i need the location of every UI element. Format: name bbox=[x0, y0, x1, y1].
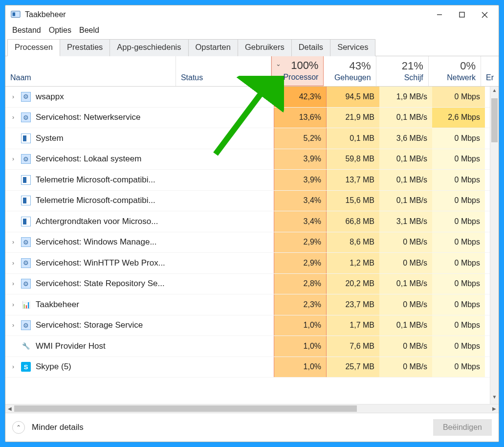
net-cell: 0 Mbps bbox=[432, 315, 485, 336]
table-row[interactable]: Achtergrondtaken voor Microso...3,4%66,8… bbox=[5, 211, 499, 232]
net-cell: 0 Mbps bbox=[432, 357, 485, 378]
fewer-details-toggle[interactable]: ⌃ bbox=[12, 421, 25, 434]
table-row[interactable]: Telemetrie Microsoft-compatibi...3,4%15,… bbox=[5, 191, 499, 212]
net-cell: 0 Mbps bbox=[432, 211, 485, 232]
process-icon bbox=[21, 279, 31, 289]
svg-rect-3 bbox=[460, 12, 464, 17]
tab-processes[interactable]: Processen bbox=[7, 39, 60, 56]
scroll-left-icon[interactable]: ◀ bbox=[5, 406, 14, 411]
disk-cell: 0,1 MB/s bbox=[379, 315, 432, 336]
tab-startup[interactable]: Opstarten bbox=[189, 39, 238, 56]
menu-view[interactable]: Beeld bbox=[76, 25, 102, 36]
menu-options[interactable]: Opties bbox=[46, 25, 74, 36]
process-name-cell: ›wsappx bbox=[5, 87, 177, 107]
horizontal-scrollbar[interactable]: ◀ ▶ bbox=[5, 404, 499, 413]
col-name[interactable]: Naam bbox=[5, 56, 176, 86]
process-icon bbox=[21, 300, 31, 310]
tab-services[interactable]: Services bbox=[330, 39, 375, 56]
mem-cell: 15,6 MB bbox=[327, 191, 379, 211]
process-icon bbox=[21, 112, 31, 122]
scroll-thumb[interactable] bbox=[491, 98, 498, 142]
col-mem-label: Geheugen bbox=[334, 73, 371, 82]
expand-chevron-icon[interactable]: › bbox=[8, 93, 18, 100]
cpu-cell: 3,4% bbox=[274, 211, 327, 232]
tab-users[interactable]: Gebruikers bbox=[238, 39, 292, 56]
vertical-scrollbar[interactable]: ▲ ▼ bbox=[490, 87, 499, 404]
process-icon bbox=[21, 92, 31, 102]
col-name-label: Naam bbox=[10, 73, 171, 82]
fewer-details-label[interactable]: Minder details bbox=[32, 423, 84, 432]
process-name-cell: ›Servicehost: Netwerkservice bbox=[5, 108, 177, 128]
table-row[interactable]: ›Servicehost: Netwerkservice13,6%21,9 MB… bbox=[5, 108, 499, 129]
close-button[interactable] bbox=[473, 7, 496, 22]
scroll-down-icon[interactable]: ▼ bbox=[490, 394, 499, 403]
maximize-button[interactable] bbox=[451, 7, 473, 22]
disk-cell: 0,1 MB/s bbox=[379, 170, 432, 190]
status-cell bbox=[177, 170, 274, 190]
tab-history[interactable]: App-geschiedenis bbox=[110, 39, 188, 56]
process-icon bbox=[21, 196, 31, 205]
table-row[interactable]: ›Servicehost: Windows Manage...2,9%8,6 M… bbox=[5, 232, 499, 253]
process-icon bbox=[21, 341, 31, 351]
disk-cell: 0 MB/s bbox=[379, 357, 432, 378]
col-disk[interactable]: 21% Schijf bbox=[376, 56, 429, 86]
cpu-cell: 1,0% bbox=[274, 336, 327, 357]
expand-chevron-icon[interactable]: › bbox=[8, 363, 18, 370]
tab-performance[interactable]: Prestaties bbox=[60, 39, 110, 56]
col-extra[interactable]: Er bbox=[481, 56, 499, 86]
disk-cell: 0 MB/s bbox=[379, 232, 432, 253]
table-row[interactable]: System5,2%0,1 MB3,6 MB/s0 Mbps bbox=[5, 128, 499, 149]
net-usage-total: 0% bbox=[460, 60, 476, 72]
table-row[interactable]: WMI Provider Host1,0%7,6 MB0 MB/s0 Mbps bbox=[5, 336, 499, 357]
process-name-cell: ›Servicehost: WinHTTP Web Prox... bbox=[5, 253, 177, 273]
status-cell bbox=[177, 232, 274, 253]
table-row[interactable]: Telemetrie Microsoft-compatibi...3,9%13,… bbox=[5, 170, 499, 191]
cpu-cell: 2,9% bbox=[274, 253, 327, 273]
col-memory[interactable]: 43% Geheugen bbox=[324, 56, 376, 86]
scroll-up-icon[interactable]: ▲ bbox=[490, 88, 499, 96]
disk-cell: 0,1 MB/s bbox=[379, 274, 432, 294]
cpu-cell: 2,9% bbox=[274, 232, 327, 253]
process-name-cell: WMI Provider Host bbox=[5, 336, 177, 357]
col-cpu[interactable]: ⌄ 100% Processor bbox=[271, 56, 324, 86]
expand-chevron-icon[interactable]: › bbox=[8, 280, 18, 287]
process-name: Skype (5) bbox=[36, 362, 71, 372]
mem-cell: 25,7 MB bbox=[327, 357, 379, 378]
process-name: Telemetrie Microsoft-compatibi... bbox=[36, 175, 155, 185]
status-cell bbox=[177, 108, 274, 128]
process-icon bbox=[21, 258, 31, 268]
table-row[interactable]: ›Servicehost: WinHTTP Web Prox...2,9%1,2… bbox=[5, 253, 499, 274]
expand-chevron-icon[interactable]: › bbox=[8, 260, 18, 267]
table-row[interactable]: ›Taakbeheer2,3%23,7 MB0 MB/s0 Mbps bbox=[5, 294, 499, 315]
expand-chevron-icon[interactable]: › bbox=[8, 114, 18, 121]
table-row[interactable]: ›wsappx42,3%94,5 MB1,9 MB/s0 Mbps bbox=[5, 87, 499, 108]
col-network[interactable]: 0% Netwerk bbox=[429, 56, 481, 86]
minimize-button[interactable] bbox=[428, 7, 451, 22]
task-manager-window: Taakbeheer Bestand Opties Beeld Processe… bbox=[5, 5, 499, 442]
menu-file[interactable]: Bestand bbox=[9, 25, 44, 36]
status-cell bbox=[177, 128, 274, 149]
expand-chevron-icon[interactable]: › bbox=[8, 156, 18, 162]
tab-details[interactable]: Details bbox=[292, 39, 330, 56]
scroll-right-icon[interactable]: ▶ bbox=[490, 406, 499, 411]
cpu-cell: 1,0% bbox=[274, 357, 327, 378]
end-task-button[interactable]: Beëindigen bbox=[433, 419, 492, 436]
process-name: Servicehost: Netwerkservice bbox=[36, 112, 140, 122]
process-name-cell: ›Servicehost: State Repository Se... bbox=[5, 274, 177, 294]
table-row[interactable]: ›Servicehost: State Repository Se...2,8%… bbox=[5, 274, 499, 295]
table-row[interactable]: ›Skype (5)1,0%25,7 MB0 MB/s0 Mbps bbox=[5, 357, 499, 378]
table-row[interactable]: ›Servicehost: Lokaal systeem3,9%59,8 MB0… bbox=[5, 149, 499, 170]
status-cell bbox=[177, 357, 274, 378]
table-row[interactable]: ›Servicehost: Storage Service1,0%1,7 MB0… bbox=[5, 315, 499, 336]
col-status[interactable]: Status bbox=[176, 56, 271, 86]
net-cell: 0 Mbps bbox=[432, 232, 485, 253]
mem-cell: 59,8 MB bbox=[327, 149, 379, 170]
expand-chevron-icon[interactable]: › bbox=[8, 301, 18, 308]
process-name-cell: ›Servicehost: Lokaal systeem bbox=[5, 149, 177, 170]
expand-chevron-icon[interactable]: › bbox=[8, 239, 18, 246]
cpu-usage-total: 100% bbox=[291, 59, 318, 72]
hscroll-thumb[interactable] bbox=[14, 405, 357, 412]
expand-chevron-icon[interactable]: › bbox=[8, 322, 18, 329]
sort-chevron-icon: ⌄ bbox=[276, 60, 281, 67]
process-icon bbox=[21, 217, 31, 226]
